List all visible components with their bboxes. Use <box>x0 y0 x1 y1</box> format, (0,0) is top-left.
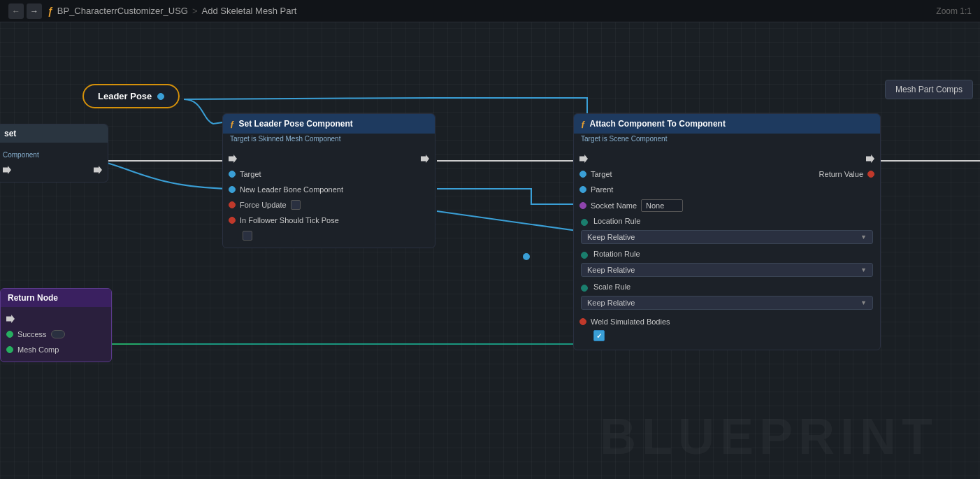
return-exec-row <box>1 311 111 327</box>
location-rule-value: Keep Relative <box>587 233 635 241</box>
attach-scale-pin <box>581 285 588 292</box>
attach-socket-row: Socket Name <box>574 197 880 214</box>
leader-pose-output-pin[interactable] <box>157 93 164 100</box>
attach-subtitle: Target is Scene Component <box>574 134 880 147</box>
set-node: set Component <box>0 124 108 183</box>
location-chevron-icon: ▼ <box>860 234 867 241</box>
attach-target-pin <box>579 171 586 178</box>
func-icon: ƒ <box>48 6 53 17</box>
attach-parent-pin <box>579 186 586 193</box>
return-mesh-comp-pin <box>6 346 13 353</box>
scale-rule-label: Scale Rule <box>593 283 630 291</box>
set-leader-target-row: Target <box>223 166 435 182</box>
set-leader-force-update-row: Force Update <box>223 197 435 213</box>
set-leader-force-update-label: Force Update <box>240 201 287 209</box>
set-leader-func-icon: ƒ <box>230 118 235 129</box>
set-leader-target-pin <box>229 171 236 178</box>
top-bar: ← → ƒ BP_CharacterrCustomizer_USG > Add … <box>0 0 980 22</box>
attach-func-icon: ƒ <box>581 118 586 129</box>
set-node-header: set <box>0 124 108 143</box>
mesh-part-comps-button[interactable]: Mesh Part Comps <box>885 80 973 99</box>
rotation-rule-label: Rotation Rule <box>593 250 640 258</box>
exec-out-pin <box>94 166 102 174</box>
weld-simulated-checkbox[interactable]: ✓ <box>593 330 605 341</box>
scale-chevron-icon: ▼ <box>860 299 867 306</box>
force-update-checkbox[interactable] <box>291 200 301 210</box>
attach-socket-input[interactable] <box>641 199 683 212</box>
return-header: Return Node <box>1 289 111 307</box>
leader-pose-label: Leader Pose <box>98 91 152 101</box>
success-checkbox[interactable] <box>51 330 65 338</box>
attach-socket-label: Socket Name <box>591 201 637 210</box>
set-leader-follower-row: In Follower Should Tick Pose <box>223 213 435 228</box>
set-leader-exec-row <box>223 151 435 166</box>
attach-parent-label: Parent <box>591 185 613 194</box>
set-leader-target-label: Target <box>240 170 261 178</box>
location-rule-dropdown[interactable]: Keep Relative ▼ <box>581 230 873 244</box>
attach-weld-label: Weld Simulated Bodies <box>591 317 670 326</box>
attach-target-label: Target <box>591 170 612 178</box>
return-node: Return Node Success Mesh Comp <box>0 288 112 362</box>
set-node-title: set <box>4 129 16 138</box>
zoom-label: Zoom 1:1 <box>936 6 972 16</box>
location-rule-label: Location Rule <box>593 217 640 225</box>
set-exec-pin <box>0 162 108 178</box>
set-leader-force-update-pin <box>229 201 236 208</box>
breadcrumb-part1: BP_CharacterrCustomizer_USG <box>57 6 188 16</box>
set-leader-exec-out <box>421 155 429 163</box>
attach-component-node: ƒ Attach Component To Component Target i… <box>573 113 881 350</box>
follower-tick-checkbox[interactable] <box>243 231 252 241</box>
attach-exec-out <box>866 155 874 163</box>
breadcrumb: ƒ BP_CharacterrCustomizer_USG > Add Skel… <box>48 6 296 17</box>
attach-return-value-label: Return Value <box>819 170 863 178</box>
scale-rule-section: Scale Rule Keep Relative ▼ <box>574 280 880 313</box>
set-leader-exec-in <box>229 155 237 163</box>
set-leader-header: ƒ Set Leader Pose Component <box>223 114 435 134</box>
attach-exec-in <box>579 155 588 163</box>
set-leader-new-leader-label: New Leader Bone Component <box>240 185 343 194</box>
attach-weld-row: Weld Simulated Bodies <box>574 313 880 328</box>
set-leader-follower-check-row <box>223 228 435 243</box>
set-leader-follower-pin <box>229 217 236 224</box>
attach-body: Target Return Value Parent Socket Name <box>574 147 880 350</box>
attach-weld-checkbox-row: ✓ <box>574 328 880 345</box>
return-exec-in <box>6 315 15 323</box>
attach-location-pin <box>581 219 588 226</box>
set-leader-title: Set Leader Pose Component <box>239 119 353 129</box>
scale-rule-value: Keep Relative <box>587 299 635 307</box>
attach-weld-pin <box>579 318 586 325</box>
attach-header: ƒ Attach Component To Component <box>574 114 880 134</box>
return-success-label: Success <box>17 330 47 338</box>
attach-exec-row <box>574 151 880 166</box>
set-node-body: Component <box>0 143 108 182</box>
attach-socket-pin <box>579 202 586 209</box>
set-leader-follower-label: In Follower Should Tick Pose <box>240 216 339 224</box>
rotation-chevron-icon: ▼ <box>860 266 867 273</box>
scale-rule-dropdown[interactable]: Keep Relative ▼ <box>581 296 873 310</box>
location-rule-section: Location Rule Keep Relative ▼ <box>574 214 880 247</box>
svg-point-0 <box>523 253 530 260</box>
breadcrumb-separator: > <box>192 6 198 16</box>
rotation-rule-value: Keep Relative <box>587 266 635 274</box>
attach-return-value-pin <box>867 171 874 178</box>
blueprint-watermark: BLUEPRINT <box>600 408 938 465</box>
return-success-pin <box>6 331 13 338</box>
forward-button[interactable]: → <box>27 3 42 19</box>
breadcrumb-part2: Add Skeletal Mesh Part <box>202 6 297 16</box>
set-leader-new-leader-pin <box>229 186 236 193</box>
set-leader-subtitle: Target is Skinned Mesh Component <box>223 134 435 147</box>
back-button[interactable]: ← <box>8 3 24 19</box>
set-node-subtitle-row: Component <box>0 147 108 162</box>
set-leader-body: Target New Leader Bone Component Force U… <box>223 147 435 248</box>
rotation-rule-dropdown[interactable]: Keep Relative ▼ <box>581 263 873 277</box>
attach-title: Attach Component To Component <box>590 119 726 129</box>
rotation-rule-section: Rotation Rule Keep Relative ▼ <box>574 247 880 280</box>
blueprint-canvas[interactable]: Mesh Part Comps Leader Pose set Componen… <box>0 22 980 479</box>
attach-rotation-pin <box>581 252 588 259</box>
leader-pose-node[interactable]: Leader Pose <box>82 84 180 108</box>
navigation-buttons: ← → <box>8 3 42 19</box>
exec-in-pin <box>3 166 11 174</box>
return-title: Return Node <box>8 293 58 303</box>
return-mesh-comp-row: Mesh Comp <box>1 342 111 357</box>
return-success-row: Success <box>1 327 111 342</box>
